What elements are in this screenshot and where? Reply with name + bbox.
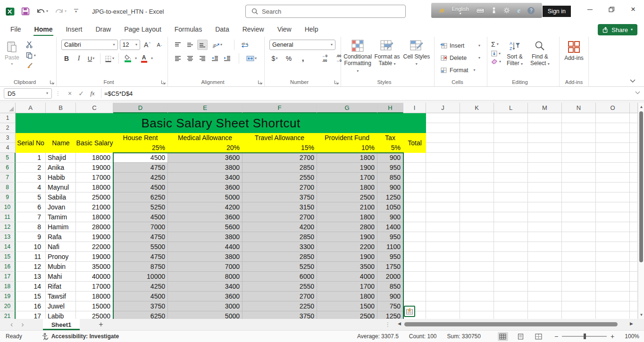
cell-O16[interactable]	[596, 262, 630, 272]
cell-D16[interactable]: 8750	[113, 262, 168, 272]
column-header-L[interactable]: L	[494, 103, 528, 113]
cell-H13[interactable]: 950	[377, 232, 403, 242]
cell-C18[interactable]: 17000	[76, 282, 113, 292]
cell-F4[interactable]: 15%	[243, 143, 317, 153]
cell-M18[interactable]	[528, 282, 562, 292]
cell-E6[interactable]: 3800	[168, 163, 243, 173]
cell-C4[interactable]	[76, 143, 113, 153]
column-header-J[interactable]: J	[426, 103, 460, 113]
cell-J5[interactable]	[426, 153, 460, 163]
cell-K6[interactable]	[460, 163, 494, 173]
cell-K15[interactable]	[460, 252, 494, 262]
format-painter-button[interactable]	[26, 63, 36, 70]
delete-cells-button[interactable]: Delete▾	[440, 52, 484, 64]
cell-C6[interactable]: 19000	[76, 163, 113, 173]
cell-J16[interactable]	[426, 262, 460, 272]
column-header-G[interactable]: G	[317, 103, 377, 113]
cell-N18[interactable]	[562, 282, 596, 292]
font-dialog-launcher[interactable]	[161, 80, 166, 84]
cell-O8[interactable]	[596, 183, 630, 192]
cell-N13[interactable]	[562, 232, 596, 242]
cell-J2[interactable]	[426, 123, 460, 133]
cell-N6[interactable]	[562, 163, 596, 173]
cell-M10[interactable]	[528, 202, 562, 212]
cell-C12[interactable]: 28000	[76, 222, 113, 232]
cell-H19[interactable]: 900	[377, 292, 403, 301]
cell-D7[interactable]: 4250	[113, 173, 168, 183]
format-as-table-button[interactable]: Format as Table ▾	[372, 40, 401, 74]
borders-button[interactable]: ▾	[104, 53, 115, 64]
cell-L8[interactable]	[494, 183, 528, 192]
cell-I5[interactable]	[403, 153, 426, 163]
row-header-16[interactable]: 16	[0, 262, 16, 272]
cell-C9[interactable]: 25000	[76, 192, 113, 202]
cell-E2[interactable]	[168, 123, 243, 133]
cell-O3[interactable]	[596, 133, 630, 143]
cell-L1[interactable]	[494, 113, 528, 123]
cell-G21[interactable]: 2500	[317, 311, 377, 319]
cell-K19[interactable]	[460, 292, 494, 301]
cell-B17[interactable]: Mahi	[46, 272, 76, 282]
row-header-8[interactable]: 8	[0, 183, 16, 192]
clear-button[interactable]: ▾	[491, 59, 501, 65]
cell-C5[interactable]: 18000	[76, 153, 113, 163]
cell-I13[interactable]	[403, 232, 426, 242]
cell-A18[interactable]: 14	[16, 282, 46, 292]
cell-O18[interactable]	[596, 282, 630, 292]
conditional-formatting-button[interactable]: Conditional Formatting ▾	[343, 40, 372, 74]
cell-M16[interactable]	[528, 262, 562, 272]
row-header-1[interactable]: 1	[0, 113, 16, 123]
keyboard-icon[interactable]	[476, 8, 485, 13]
fill-color-button[interactable]	[123, 53, 133, 64]
cell-F21[interactable]: 3750	[243, 311, 317, 319]
horizontal-scroll-thumb[interactable]	[404, 322, 618, 326]
cell-I3[interactable]	[403, 133, 426, 143]
cell-J13[interactable]	[426, 232, 460, 242]
cell-N15[interactable]	[562, 252, 596, 262]
cell-F3[interactable]: Travel Allowance	[243, 133, 317, 143]
number-dialog-launcher[interactable]	[334, 80, 339, 84]
decrease-indent-button[interactable]	[209, 53, 220, 64]
cell-G6[interactable]: 1900	[317, 163, 377, 173]
cell-P4[interactable]	[630, 143, 638, 153]
cell-M20[interactable]	[528, 301, 562, 311]
cell-D20[interactable]: 3750	[113, 301, 168, 311]
cell-M3[interactable]	[528, 133, 562, 143]
column-header-K[interactable]: K	[460, 103, 494, 113]
cell-F20[interactable]: 2250	[243, 301, 317, 311]
cell-K3[interactable]	[460, 133, 494, 143]
accounting-format-button[interactable]: $▾	[269, 53, 280, 64]
cell-D9[interactable]: 6250	[113, 192, 168, 202]
avro-mouse-icon[interactable]	[492, 7, 496, 14]
increase-font-size-button[interactable]: A^	[142, 40, 152, 50]
cell-M1[interactable]	[528, 113, 562, 123]
cell-N3[interactable]	[562, 133, 596, 143]
cell-O4[interactable]	[596, 143, 630, 153]
restore-button[interactable]	[601, 0, 622, 19]
cell-M6[interactable]	[528, 163, 562, 173]
bottom-align-button[interactable]	[197, 40, 208, 50]
quick-analysis-button[interactable]	[404, 306, 415, 317]
cell-A14[interactable]: 10	[16, 242, 46, 252]
row-header-9[interactable]: 9	[0, 192, 16, 202]
cell-L17[interactable]	[494, 272, 528, 282]
cell-K1[interactable]	[460, 113, 494, 123]
cell-K18[interactable]	[460, 282, 494, 292]
cell-C10[interactable]: 21000	[76, 202, 113, 212]
cell-P1[interactable]	[630, 113, 638, 123]
insert-cells-button[interactable]: Insert▾	[440, 40, 484, 51]
cell-O19[interactable]	[596, 292, 630, 301]
expand-formula-bar-button[interactable]	[635, 91, 640, 94]
cell-P19[interactable]	[630, 292, 638, 301]
cell-O7[interactable]	[596, 173, 630, 183]
cell-P21[interactable]	[630, 311, 638, 319]
cell-C20[interactable]: 15000	[76, 301, 113, 311]
cell-K20[interactable]	[460, 301, 494, 311]
row-header-20[interactable]: 20	[0, 301, 16, 311]
row-header-14[interactable]: 14	[0, 242, 16, 252]
row-header-2[interactable]: 2	[0, 123, 16, 133]
underline-button[interactable]: U▾	[86, 53, 96, 64]
cell-B21[interactable]: Labib	[46, 311, 76, 319]
cell-D11[interactable]: 4500	[113, 212, 168, 222]
cell-J1[interactable]	[426, 113, 460, 123]
